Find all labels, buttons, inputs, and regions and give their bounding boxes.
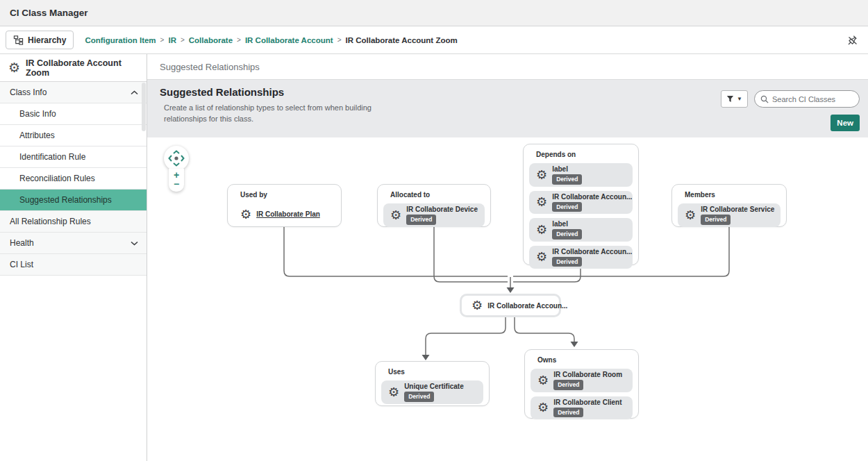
group-title: Uses [388,368,483,376]
gear-icon: ⚙ [685,209,696,221]
breadcrumb-link-collaborate[interactable]: Collaborate [189,36,233,44]
ci-node-label-1[interactable]: ⚙ label Derived [529,163,633,187]
gear-icon: ⚙ [471,299,483,312]
filter-button[interactable]: ▼ [721,90,748,108]
group-uses: Uses ⚙ Unique Certificate Derived [375,361,490,406]
breadcrumb-link-ir-collaborate-account[interactable]: IR Collaborate Account [245,36,333,44]
ci-node-ir-collaborate-service[interactable]: ⚙ IR Collaborate Service Derived [678,203,781,227]
ci-node-ir-collaborate-room[interactable]: ⚙ IR Collaborate Room Derived [531,369,633,392]
ci-node-label: IR Collaborate Accoun... [552,248,632,255]
derived-badge: Derived [552,174,582,185]
relationship-diagram-canvas[interactable]: + − Used by ⚙ IR Collaborate Plan Alloca… [147,137,868,461]
sidebar-item-ci-list[interactable]: CI List [0,254,147,276]
zoom-controls: + − [169,169,184,192]
derived-badge: Derived [553,408,583,418]
sidebar: ⚙ IR Collaborate Account Zoom Class Info… [0,54,147,461]
main-content: Suggested Relationships Suggested Relati… [147,54,868,461]
derived-badge: Derived [552,229,582,240]
ci-node-label: IR Collaborate Device [406,206,478,213]
gear-icon: ⚙ [536,251,547,263]
sidebar-item-label: All Relationship Rules [10,217,91,226]
breadcrumb-link-configuration-item[interactable]: Configuration Item [85,36,156,44]
sidebar-item-label: Class Info [10,87,47,97]
derived-badge: Derived [404,392,434,402]
search-input[interactable] [772,95,849,103]
hierarchy-button-label: Hierarchy [28,35,66,45]
breadcrumb-current: IR Collaborate Account Zoom [345,36,457,44]
zoom-out-button[interactable]: − [169,180,184,189]
sidebar-item-attributes[interactable]: Attributes [0,125,147,146]
gear-icon: ⚙ [8,61,20,74]
diagram-pan-zoom-controls: + − [162,146,190,192]
sidebar-item-label: Reconciliation Rules [19,174,95,183]
ci-node-label[interactable]: IR Collaborate Plan [256,210,320,218]
derived-badge: Derived [701,215,731,225]
app-body: ⚙ IR Collaborate Account Zoom Class Info… [0,54,868,461]
ci-node-ir-collaborate-account-2[interactable]: ⚙ IR Collaborate Accoun... Derived [529,246,633,269]
breadcrumb-separator: > [181,36,185,44]
group-depends-on: Depends on ⚙ label Derived ⚙ IR Collabor… [523,144,639,265]
section-header: Suggested Relationships [147,54,868,80]
ci-node-label: IR Collaborate Room [553,371,622,378]
derived-badge: Derived [552,257,582,267]
group-title: Allocated to [390,191,485,199]
ci-node-label: Unique Certificate [404,383,464,390]
ci-node-label-2[interactable]: ⚙ label Derived [529,218,633,242]
ci-node-ir-collaborate-device[interactable]: ⚙ IR Collaborate Device Derived [383,203,485,227]
gear-icon: ⚙ [537,401,549,414]
ci-node-label: label [552,220,568,228]
sidebar-item-identification-rule[interactable]: Identification Rule [0,146,147,168]
derived-badge: Derived [552,202,582,212]
breadcrumb-separator: > [237,36,241,44]
sidebar-item-class-info[interactable]: Class Info [0,82,147,103]
new-button[interactable]: New [831,115,860,131]
hierarchy-icon [13,35,24,45]
pan-control[interactable] [164,146,189,171]
group-title: Owns [537,356,633,364]
sidebar-item-label: CI List [10,260,33,269]
gear-icon: ⚙ [536,224,547,236]
breadcrumb-separator: > [160,36,165,44]
sidebar-item-suggested-relationships[interactable]: Suggested Relationships [0,190,147,211]
ci-node-ir-collaborate-account-1[interactable]: ⚙ IR Collaborate Accoun... Derived [529,191,633,215]
group-title: Used by [240,191,335,199]
unpin-icon[interactable] [847,35,858,46]
sidebar-item-all-relationship-rules[interactable]: All Relationship Rules [0,211,147,233]
group-allocated-to: Allocated to ⚙ IR Collaborate Device Der… [377,184,491,227]
app-title: CI Class Manager [10,8,88,18]
ci-class-manager-app: CI Class Manager Hierarchy Configuration… [0,0,868,461]
search-box [754,90,860,108]
ci-node-unique-certificate[interactable]: ⚙ Unique Certificate Derived [381,380,483,404]
sidebar-class-title: IR Collaborate Account Zoom [26,58,147,78]
sidebar-item-reconciliation-rules[interactable]: Reconciliation Rules [0,168,147,190]
group-title: Members [685,191,781,199]
sidebar-item-basic-info[interactable]: Basic Info [0,103,147,125]
gear-icon: ⚙ [390,209,401,221]
gear-icon: ⚙ [388,386,399,399]
ci-node-label: IR Collaborate Accoun... [487,302,567,310]
pan-arrows-icon [167,149,186,168]
hierarchy-button[interactable]: Hierarchy [6,31,74,49]
ci-node-ir-collaborate-client[interactable]: ⚙ IR Collaborate Client Derived [531,396,633,420]
breadcrumb-link-ir[interactable]: IR [168,36,176,44]
sidebar-class-header: ⚙ IR Collaborate Account Zoom [0,54,147,82]
section-title: Suggested Relationships [160,62,260,72]
sidebar-item-label: Attributes [19,131,55,140]
ci-node-ir-collaborate-plan[interactable]: ⚙ IR Collaborate Plan [233,203,335,225]
group-members: Members ⚙ IR Collaborate Service Derived [671,184,787,227]
gear-icon: ⚙ [240,208,251,221]
filter-icon [726,95,734,103]
sidebar-item-label: Basic Info [19,109,56,119]
derived-badge: Derived [406,215,436,225]
sidebar-item-label: Identification Rule [19,152,85,162]
search-icon [760,95,769,103]
sidebar-scrollbar[interactable] [142,83,146,131]
ci-node-center-ir-collaborate-account[interactable]: ⚙ IR Collaborate Accoun... [460,294,561,317]
breadcrumb-bar: Hierarchy Configuration Item > IR > Coll… [0,26,868,54]
ci-node-label: label [552,165,568,173]
ci-node-label: IR Collaborate Service [701,206,774,213]
breadcrumb: Configuration Item > IR > Collaborate > … [85,36,847,44]
sidebar-item-health[interactable]: Health [0,233,147,254]
group-used-by: Used by ⚙ IR Collaborate Plan [227,184,342,227]
ci-node-label: IR Collaborate Client [553,399,621,406]
